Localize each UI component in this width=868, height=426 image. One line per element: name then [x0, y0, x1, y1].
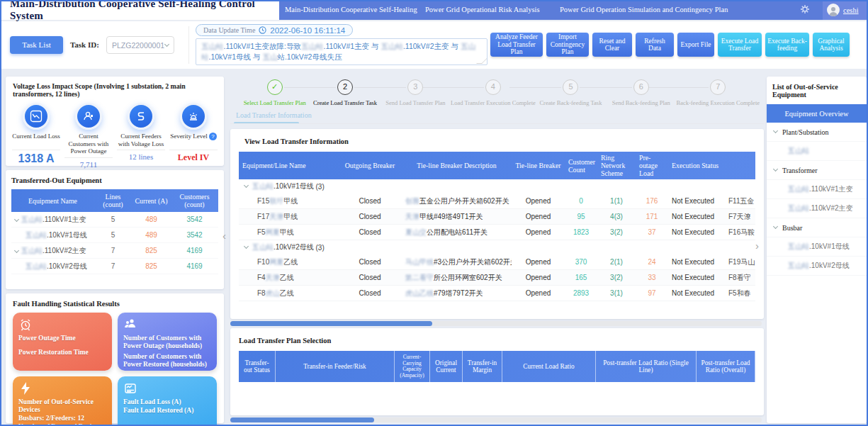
tree-item-transformer-1[interactable]: 五山站.110kV#1主变 — [767, 180, 867, 199]
column-header: Current (A) — [132, 195, 171, 207]
chevron-down-icon[interactable] — [14, 247, 19, 252]
table-row[interactable]: 五山站.10kV#1母线 5 489 3542 — [11, 228, 218, 243]
table-row[interactable]: F8虎山乙线 Closed 虎山乙线#79塔79T2开关 Opened 2893… — [239, 286, 755, 301]
execute-back-feeding-button[interactable]: Execute Back-feeding — [765, 33, 809, 57]
step-circle: ✓ — [267, 79, 283, 95]
step-create-task: 2 Create Load Transfer Task — [310, 79, 380, 118]
stat-feeders-voltage-loss: Current Feeders with Voltage Loss 12 lin… — [115, 103, 167, 177]
customers-icon — [123, 318, 211, 332]
step-label: Create Back-feeding Task — [536, 99, 606, 106]
voltage-scope-panel: Voltage Loss Impact Scope (Involving 1 s… — [6, 77, 224, 166]
plan-selection-card: Load Transfer Plan Selection Transfer-ou… — [230, 328, 764, 415]
stat-card-outage-time: Power Outage Time Power Restoration Time — [13, 313, 112, 371]
transferred-out-panel: Transferred-Out Equipment Equipment Name… — [6, 170, 224, 289]
stat-label: Severity Level? — [169, 133, 218, 150]
table-row[interactable]: F17天潦甲线 Closed 天潦甲线#49塔49T1开关 Opened 95 … — [239, 209, 755, 225]
chevron-down-icon[interactable] — [14, 216, 19, 221]
panel-title: Fault Handling Statistical Results — [13, 300, 217, 308]
analyze-feeder-plan-button[interactable]: Analyze Feeder Load Transfer Plan — [490, 33, 543, 57]
tree-item-transformer-2[interactable]: 五山站.110kV#2主变 — [767, 199, 867, 218]
chevron-down-icon[interactable] — [773, 224, 778, 229]
table-header: Equipment/Line Name Outgoing Breaker Tie… — [239, 152, 755, 179]
data-update-pill: Data Update Time 2022-06-10 16:11:14 — [196, 24, 353, 36]
horizontal-scrollbar[interactable] — [230, 417, 762, 422]
nav-item-simulation-contingency[interactable]: Power Grid Operation Simulation and Cont… — [560, 0, 728, 20]
equipment-overview-header[interactable]: Equipment Overview — [767, 104, 867, 123]
panel-title: Voltage Loss Impact Scope (Involving 1 s… — [10, 82, 220, 99]
step-transfer-complete: 4 Load Transfer Execution Complete — [451, 79, 536, 118]
tree-item-plant-substation[interactable]: Plant/Substation — [767, 123, 867, 142]
table-row[interactable]: 五山站.110kV#2主变 7 825 4169 — [11, 243, 218, 259]
table-row[interactable]: F15联圩甲线 Closed 创襄五金公用户外开关箱602开关 Opened 0… — [239, 194, 755, 209]
card-line: Number of Out-of-Service Devices — [18, 398, 106, 414]
nav-item-self-healing[interactable]: Main-Distribution Cooperative Self-Heali… — [285, 0, 417, 20]
chevron-down-icon[interactable] — [244, 183, 249, 188]
column-header: Equipment/Line Name — [239, 159, 338, 172]
column-header: Post-transfer Load Ratio (Single Line) — [596, 351, 697, 382]
chevron-down-icon[interactable] — [773, 128, 778, 133]
column-header: Transfer-out Status — [239, 351, 276, 382]
step-send-backfeed: 6 Send Back-feeding Plan — [606, 79, 676, 118]
fault-text-segment: .110kV#1主变 与 — [324, 42, 381, 50]
tree-item-transformer[interactable]: Transformer — [767, 161, 867, 180]
card-line: Busbars: 2/Feeders: 12 — [18, 415, 106, 422]
table-row[interactable]: 五山站.110kV#1主变 5 489 3542 — [11, 212, 218, 228]
gear-icon[interactable] — [799, 4, 811, 15]
avatar-icon — [827, 4, 840, 16]
scrollbar-thumb[interactable] — [230, 321, 432, 326]
fault-text-segment: 五山站 — [381, 42, 403, 50]
refresh-data-button[interactable]: Refresh Data — [636, 33, 674, 57]
graphical-analysis-button[interactable]: Graphical Analysis — [813, 33, 850, 57]
step-label: Select Load Transfer Plan — [239, 99, 310, 106]
column-header: Post-transfer Load Ratio (Overall) — [697, 351, 755, 382]
step-circle: 3 — [407, 79, 423, 95]
column-header: Ring Network Scheme — [597, 152, 636, 179]
table-row[interactable]: F5网夏甲线 Closed 夏山交公用配电站611开关 Opened 1823 … — [239, 225, 755, 240]
tree-item-busbar-2[interactable]: 五山站.10kV#2母线 — [767, 257, 867, 276]
fault-text-segment: .110kV#2主变 与 — [403, 42, 461, 50]
import-contingency-plan-button[interactable]: Import Contingency Plan — [546, 33, 589, 57]
stat-severity-level: Severity Level? Level IV — [167, 103, 220, 177]
stat-card-fault-load: Fault Load Loss (A) Fault Load Restored … — [118, 376, 217, 426]
tab-divider — [230, 123, 764, 124]
chevron-down-icon[interactable] — [244, 244, 249, 249]
card-line: Number of Restored Devices — [18, 423, 106, 426]
load-panel-icon — [123, 381, 211, 396]
task-id-select[interactable]: PLZG22000001 — [106, 36, 174, 54]
app-title: Main-Distribution Cooperative Self-Heali… — [10, 0, 279, 22]
group-row[interactable]: 五山站.10kV#2母线 (3) — [239, 240, 755, 254]
table-row[interactable]: F4天潦乙线 Closed 第二看守所公用环网室602开关 Opened 165… — [239, 270, 755, 286]
scrollbar-thumb[interactable] — [230, 417, 374, 422]
scroll-right-icon[interactable]: › — [755, 240, 759, 252]
help-icon[interactable]: ? — [209, 133, 217, 140]
toolbar-divider — [188, 26, 189, 64]
export-file-button[interactable]: Export File — [677, 33, 714, 57]
table-row[interactable]: F10网夏乙线 Closed 马山甲线#3公用户外开关箱602开关 Opened… — [239, 254, 755, 270]
tree-item-busbar-1[interactable]: 五山站.10kV#1母线 — [767, 237, 867, 257]
table-row[interactable]: 五山站.10kV#2母线 7 825 4169 — [11, 259, 218, 274]
reset-and-clear-button[interactable]: Reset and Clear — [592, 33, 632, 57]
group-row[interactable]: 五山站.10kV#1母线 (3) — [239, 179, 755, 194]
task-list-button[interactable]: Task List — [10, 36, 63, 54]
step-circle: 7 — [710, 79, 726, 95]
stat-value: 1318 A — [10, 152, 62, 165]
username: ceshi — [843, 6, 859, 14]
card-line: Fault Load Restored (A) — [123, 407, 211, 415]
column-header — [725, 164, 757, 168]
chevron-down-icon — [164, 41, 169, 46]
user-menu[interactable]: ceshi — [823, 0, 867, 20]
table-header: Equipment Name Lines (count) Current (A)… — [11, 189, 218, 212]
card-line: Power Restoration Time — [18, 349, 106, 357]
execute-load-transfer-button[interactable]: Execute Load Transfer — [718, 33, 762, 57]
chevron-down-icon[interactable] — [773, 167, 778, 172]
customers-outage-icon — [75, 103, 102, 130]
step-circle: 2 — [337, 79, 353, 95]
collapse-left-icon[interactable]: ‹ — [222, 230, 226, 242]
tab-load-transfer-information[interactable]: Load Transfer Information — [236, 111, 312, 119]
fault-description-textarea[interactable]: 五山站.110kV#1主变故障:导致五山站.110kV#1主变 与 五山站.11… — [196, 38, 487, 65]
horizontal-scrollbar[interactable] — [230, 321, 762, 326]
nav-item-risk-analysis[interactable]: Power Grid Operational Risk Analysis — [425, 0, 540, 20]
tree-item-busbar[interactable]: Busbar — [767, 218, 867, 237]
panel-title: Transferred-Out Equipment — [11, 176, 218, 184]
tree-item-substation[interactable]: 五山站 — [767, 142, 867, 161]
